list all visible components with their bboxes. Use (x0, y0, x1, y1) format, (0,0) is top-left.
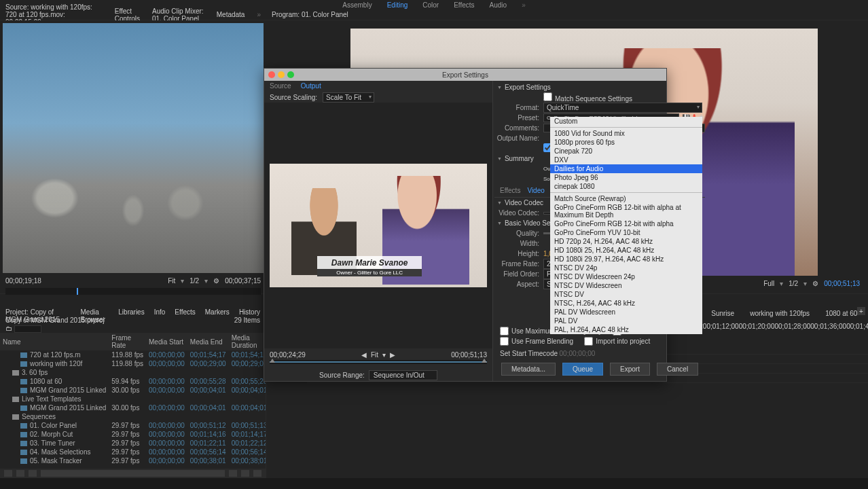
cancel-button[interactable]: Cancel (657, 363, 698, 376)
table-row[interactable]: 1080 at 6059.94 fps00;00;00;0000;00;55;2… (0, 377, 266, 386)
tab-program[interactable]: Program: 01. Color Panel (272, 11, 348, 18)
preset-dropdown-menu[interactable]: Custom1080 Vid for Sound mix1080p prores… (550, 117, 702, 334)
tab-export-source[interactable]: Source (270, 82, 291, 90)
tab-effects2[interactable]: Effects (175, 308, 195, 315)
new-bin-icon[interactable] (229, 470, 237, 477)
table-row[interactable]: Sequences (0, 412, 266, 421)
minimize-icon[interactable] (278, 71, 285, 78)
preset-item[interactable]: 1080 Vid for Sound mix (550, 129, 702, 138)
preset-item[interactable]: GoPro CineForm RGB 12-bit with alpha (550, 219, 702, 228)
new-item-icon[interactable] (241, 470, 249, 477)
tab-metadata[interactable]: Metadata (217, 11, 245, 18)
mark-120fps[interactable]: working with 120fps (750, 310, 810, 317)
tab-fx-video[interactable]: Video (527, 187, 544, 194)
queue-button[interactable]: Queue (562, 363, 603, 376)
preset-item[interactable]: NTSC DV 24p (550, 264, 702, 272)
export-tc-in[interactable]: 00;00;24;29 (270, 351, 306, 359)
column-header[interactable]: Media Start (146, 333, 187, 350)
source-tc-left[interactable]: 00;00;19;18 (5, 277, 41, 285)
ws-color[interactable]: Color (422, 1, 439, 9)
export-scrub-bar[interactable] (270, 360, 487, 364)
table-row[interactable]: 05. Mask Tracker29.97 fps00;00;00;0000;0… (0, 456, 266, 465)
table-row[interactable]: 01. Color Panel29.97 fps00;00;00;0000;00… (0, 421, 266, 430)
source-range-dropdown[interactable]: Sequence In/Out (369, 370, 437, 380)
table-row[interactable]: 3. 60 fps (0, 368, 266, 377)
preset-item[interactable]: HD 720p 24, H.264, AAC 48 kHz (550, 237, 702, 246)
project-search[interactable] (14, 325, 41, 333)
close-icon[interactable] (268, 71, 275, 78)
preset-item[interactable]: PAL, H.264, AAC 48 kHz (550, 325, 702, 334)
export-titlebar[interactable]: Export Settings (264, 69, 666, 81)
preset-item[interactable]: NTSC DV Widescreen (550, 281, 702, 290)
settings-icon[interactable]: ⚙ (213, 277, 219, 285)
tab-libraries[interactable]: Libraries (118, 308, 144, 315)
preset-item[interactable]: NTSC DV (550, 290, 702, 299)
export-button[interactable]: Export (610, 363, 650, 376)
table-row[interactable]: 04. Mask Selections29.97 fps00;00;00;000… (0, 448, 266, 456)
settings-icon[interactable]: ⚙ (812, 280, 818, 287)
preset-item[interactable]: 1080p prores 60 fps (550, 138, 702, 147)
preset-item[interactable]: cinepak 1080 (550, 182, 702, 191)
tab-markers[interactable]: Markers (205, 308, 230, 315)
source-fit[interactable]: Fit (168, 277, 175, 285)
freeform-view-icon[interactable] (29, 470, 37, 477)
program-quality[interactable]: 1/2 (789, 280, 798, 287)
table-row[interactable]: 02. Morph Cut29.97 fps00;00;00;0000;01;1… (0, 430, 266, 439)
match-sequence-check[interactable]: Match Sequence Settings (543, 92, 632, 103)
column-header[interactable]: Media Duration (229, 333, 266, 350)
source-quality[interactable]: 1/2 (189, 277, 199, 285)
trash-icon[interactable] (253, 470, 261, 477)
metadata-button[interactable]: Metadata... (501, 363, 556, 376)
preset-item[interactable]: NTSC DV Widescreen 24p (550, 272, 702, 281)
source-scaling-dropdown[interactable]: Scale To Fit (323, 92, 374, 103)
tab-fx-effects[interactable]: Effects (500, 187, 520, 194)
preset-item[interactable]: Match Source (Rewrap) (550, 194, 702, 203)
format-dropdown[interactable]: QuickTime (543, 103, 702, 113)
frame-blend-check[interactable]: Use Frame Blending (500, 337, 573, 346)
table-row[interactable]: 03. Time Tuner29.97 fps00;00;00;0000;01;… (0, 439, 266, 448)
column-header[interactable]: Frame Rate (109, 333, 146, 350)
preset-item[interactable]: GoPro CineForm YUV 10-bit (550, 228, 702, 237)
tab-export-output[interactable]: Output (301, 82, 321, 90)
ws-assembly[interactable]: Assembly (342, 1, 372, 9)
preset-item[interactable]: DXV (550, 156, 702, 164)
source-scrub-bar[interactable] (5, 288, 261, 295)
preset-item[interactable]: HD 1080i 29.97, H.264, AAC 48 kHz (550, 255, 702, 264)
list-view-icon[interactable] (4, 470, 12, 477)
video-codec-header[interactable]: Video Codec (505, 199, 543, 206)
table-row[interactable]: 720 at 120 fps.m119.88 fps00;00;00;0000;… (0, 350, 266, 359)
table-row[interactable]: working with 120f119.88 fps00;00;00;0000… (0, 359, 266, 368)
column-header[interactable]: Media End (187, 333, 229, 350)
tab-info[interactable]: Info (154, 308, 166, 315)
source-monitor[interactable] (3, 23, 264, 273)
preset-item[interactable]: NTSC, H.264, AAC 48 kHz (550, 299, 702, 308)
preset-item[interactable]: HD 1080i 25, H.264, AAC 48 kHz (550, 246, 702, 255)
import-project-check[interactable]: Import into project (584, 337, 650, 346)
mark-1080[interactable]: 1080 at 60 (825, 310, 857, 317)
ws-editing[interactable]: Editing (387, 1, 408, 9)
mark-sunrise[interactable]: Sunrise (711, 310, 734, 317)
table-row[interactable]: MGM Grand 2015 Linked30.00 fps00;00;00;0… (0, 403, 266, 412)
icon-view-icon[interactable] (16, 470, 24, 477)
filter-bin-icon[interactable]: 🗀 (5, 325, 12, 332)
preset-item[interactable]: Cinepak 720 (550, 147, 702, 156)
maximize-icon[interactable] (287, 71, 294, 78)
preset-item[interactable]: PAL DV (550, 316, 702, 325)
table-row[interactable]: Live Text Templates (0, 395, 266, 403)
panel-menu-icon[interactable]: » (257, 11, 261, 18)
export-settings-header[interactable]: Export Settings (505, 84, 551, 91)
tab-history[interactable]: History (239, 308, 260, 315)
preset-item[interactable]: Custom (550, 117, 702, 126)
column-header[interactable]: Name (0, 333, 109, 350)
ws-overflow-icon[interactable]: » (522, 1, 526, 9)
summary-header[interactable]: Summary (505, 155, 534, 162)
table-row[interactable]: MGM Grand 2015 Linked30.00 fps00;00;00;0… (0, 386, 266, 395)
start-tc-field[interactable]: 00;00;00;00 (560, 350, 596, 357)
preset-item[interactable]: GoPro CineForm RGB 12-bit with alpha at … (550, 203, 702, 219)
preset-item[interactable]: PAL DV Widescreen (550, 308, 702, 316)
add-panel-icon[interactable]: + (857, 307, 865, 315)
preset-item[interactable]: Photo Jpeg 96 (550, 173, 702, 182)
program-fit[interactable]: Full (763, 280, 774, 287)
preset-item[interactable]: Dailies for Audio (550, 164, 702, 173)
export-preview[interactable]: Dawn Marie Svanoe Owner - Glitter to Gor… (270, 164, 487, 287)
